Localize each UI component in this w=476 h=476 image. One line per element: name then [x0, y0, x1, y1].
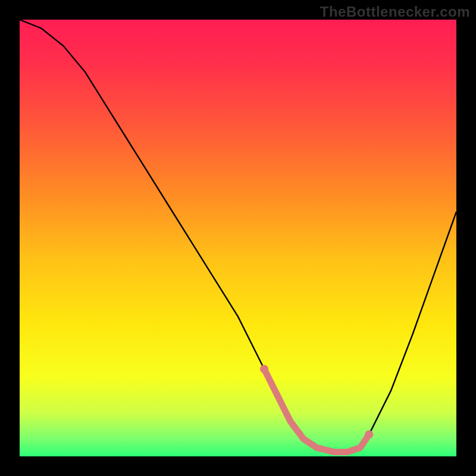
chart-frame: TheBottlenecker.com — [0, 0, 476, 476]
highlight-dot — [260, 365, 268, 373]
plot-area — [20, 20, 456, 456]
chart-svg — [20, 20, 456, 456]
watermark-text: TheBottlenecker.com — [320, 4, 470, 20]
highlight-dot — [365, 430, 373, 439]
